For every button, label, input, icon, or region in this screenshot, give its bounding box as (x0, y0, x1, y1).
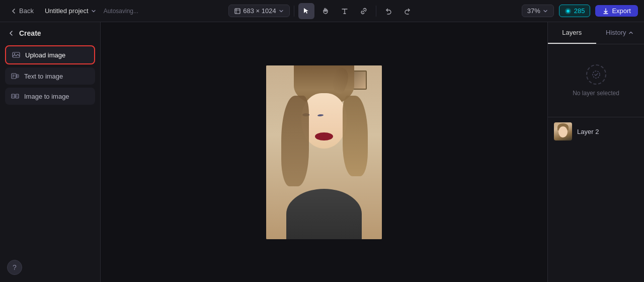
portrait-lips (315, 132, 333, 140)
back-label: Back (19, 7, 34, 15)
sidebar-footer: ? (0, 253, 100, 282)
sidebar-item-image-to-image[interactable]: Image to image (5, 88, 95, 105)
no-layer-state: No layer selected (548, 44, 644, 117)
svg-point-4 (14, 53, 15, 54)
back-arrow-icon (10, 8, 17, 15)
chevron-down-icon (91, 8, 97, 14)
zoom-selector[interactable]: 37% (522, 5, 554, 17)
svg-rect-7 (12, 94, 15, 98)
canvas-image (266, 65, 382, 239)
text-tool-button[interactable] (337, 3, 353, 19)
text-to-image-icon (11, 72, 19, 80)
export-button[interactable]: Export (595, 5, 638, 17)
redo-icon (404, 7, 412, 15)
topbar-center: 683 × 1024 (218, 3, 426, 19)
layer-thumbnail (554, 122, 572, 140)
layer-name: Layer 2 (577, 128, 599, 135)
tab-history[interactable]: History (596, 22, 645, 44)
upload-image-icon (12, 51, 20, 59)
hand-tool-button[interactable] (317, 3, 334, 19)
chevron-down-icon (542, 8, 548, 14)
create-back-icon (7, 29, 15, 37)
undo-button[interactable] (380, 3, 396, 19)
sidebar-item-upload-image[interactable]: Upload image (5, 45, 95, 64)
svg-rect-8 (16, 94, 19, 98)
svg-point-10 (17, 95, 18, 96)
layer-item[interactable]: Layer 2 (548, 117, 644, 146)
sidebar-item-text-label: Text to image (24, 73, 63, 80)
create-items-list: Upload image Text to image (0, 42, 100, 108)
chevron-up-icon (628, 30, 634, 36)
download-icon (602, 8, 609, 15)
sidebar-item-img2img-label: Image to image (24, 93, 69, 100)
undo-icon (384, 7, 392, 15)
panel-tabs: Layers History (548, 22, 644, 44)
layers-empty-icon (591, 69, 601, 80)
chevron-down-icon (278, 8, 284, 14)
portrait-hair-left (281, 96, 309, 186)
canvas-area[interactable] (101, 22, 547, 282)
text-icon (341, 7, 349, 15)
canvas-image-wrapper (266, 65, 382, 239)
portrait-shoulders (286, 189, 362, 239)
svg-point-9 (13, 95, 14, 96)
sidebar: Create Upload image Text (0, 22, 101, 282)
redo-button[interactable] (399, 3, 416, 19)
select-tool-button[interactable] (298, 3, 314, 19)
image-to-image-icon (11, 92, 19, 100)
sidebar-item-text-to-image[interactable]: Text to image (5, 67, 95, 85)
credits-button[interactable]: 285 (559, 5, 591, 17)
svg-rect-0 (235, 9, 240, 14)
credits-icon (565, 8, 572, 15)
history-tab-inner: History (606, 29, 634, 36)
select-icon (302, 7, 310, 15)
topbar: Back Untitled project Autosaving... 683 … (0, 0, 644, 22)
hand-icon (321, 7, 330, 15)
resize-icon (234, 8, 241, 15)
autosave-status: Autosaving... (104, 8, 138, 15)
no-layer-text: No layer selected (573, 90, 619, 97)
divider (294, 6, 294, 17)
back-button[interactable]: Back (6, 5, 38, 17)
topbar-left: Back Untitled project Autosaving... (6, 5, 214, 17)
right-panel: Layers History No layer selected (547, 22, 644, 282)
tab-layers[interactable]: Layers (548, 22, 596, 44)
link-tool-button[interactable] (356, 3, 372, 19)
portrait-visual (266, 65, 382, 239)
layer-thumb-face (558, 126, 568, 137)
canvas-size-selector[interactable]: 683 × 1024 (228, 5, 289, 17)
project-title[interactable]: Untitled project (42, 5, 100, 17)
sidebar-item-upload-label: Upload image (25, 51, 65, 59)
divider (376, 6, 376, 17)
no-layer-icon (586, 64, 606, 85)
sidebar-header: Create (0, 22, 100, 42)
svg-point-2 (567, 10, 570, 13)
help-button[interactable]: ? (7, 260, 22, 275)
portrait-hair-right (343, 96, 368, 176)
main-layout: Create Upload image Text (0, 22, 644, 282)
link-icon (360, 7, 368, 15)
topbar-right: 37% 285 Export (430, 5, 638, 17)
